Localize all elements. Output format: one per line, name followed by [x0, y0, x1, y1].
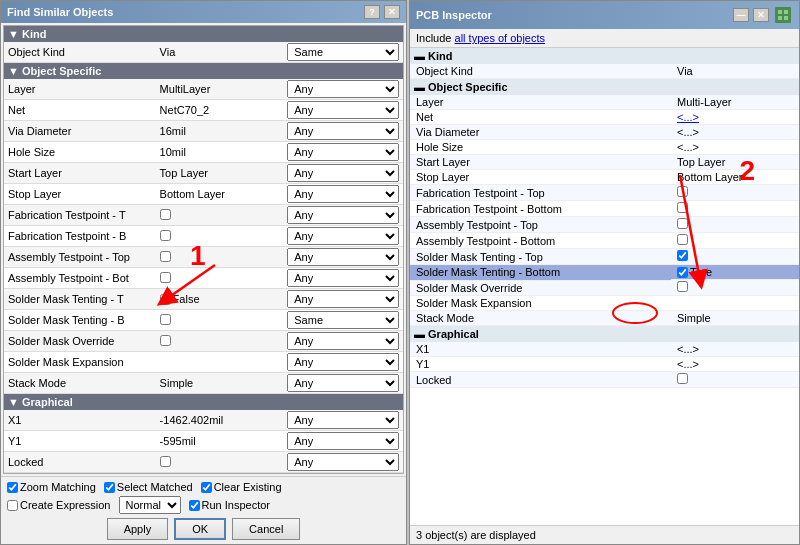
- close-button[interactable]: ✕: [384, 5, 400, 19]
- stop-layer-value: Bottom Layer: [156, 184, 284, 205]
- hole-size-any[interactable]: AnySame: [283, 142, 403, 163]
- svg-rect-4: [784, 16, 788, 20]
- fab-testpoint-t-any[interactable]: AnySame: [283, 205, 403, 226]
- dialog-titlebar: Find Similar Objects ? ✕: [1, 1, 406, 23]
- solder-mask-tenting-b-label: Solder Mask Tenting - B: [4, 310, 156, 331]
- inspector-layer-row: Layer Multi-Layer: [410, 95, 799, 110]
- y1-row: Y1 -595mil AnySame: [4, 431, 403, 452]
- inspector-solder-mask-expansion-value: [671, 296, 799, 311]
- start-layer-value: Top Layer: [156, 163, 284, 184]
- solder-mask-tenting-t-any[interactable]: AnySame: [283, 289, 403, 310]
- include-link[interactable]: all types of objects: [455, 32, 546, 44]
- select-matched-checkbox[interactable]: [104, 482, 115, 493]
- x1-row: X1 -1462.402mil AnySame: [4, 410, 403, 431]
- x1-label: X1: [4, 410, 156, 431]
- inspector-asm-testpoint-top-label: Assembly Testpoint - Top: [410, 217, 671, 233]
- inspector-graphical-header: ▬ Graphical: [410, 326, 799, 343]
- asm-testpoint-top-row: Assembly Testpoint - Top AnySame: [4, 247, 403, 268]
- inspector-solder-mask-bot-checkbox[interactable]: [677, 267, 688, 278]
- inspector-stop-layer-row: Stop Layer Bottom Layer: [410, 170, 799, 185]
- apply-button[interactable]: Apply: [107, 518, 169, 540]
- asm-testpoint-bot-value: [156, 268, 284, 289]
- zoom-matching-label: Zoom Matching: [20, 481, 96, 493]
- inspector-asm-testpoint-top-value: [671, 217, 799, 233]
- asm-testpoint-bot-any[interactable]: AnySame: [283, 268, 403, 289]
- inspector-fab-tp-bot-checkbox[interactable]: [677, 202, 688, 213]
- object-kind-any[interactable]: SameAny: [283, 42, 403, 63]
- solder-mask-tenting-b-checkbox[interactable]: [160, 314, 171, 325]
- y1-any[interactable]: AnySame: [283, 431, 403, 452]
- inspector-close-button[interactable]: ✕: [753, 8, 769, 22]
- x1-any[interactable]: AnySame: [283, 410, 403, 431]
- net-value: NetC70_2: [156, 100, 284, 121]
- layer-any[interactable]: AnySame: [283, 79, 403, 100]
- stop-layer-any[interactable]: AnySame: [283, 184, 403, 205]
- expression-mode-select[interactable]: Normal Strict Loose: [119, 496, 181, 514]
- fab-testpoint-t-value: [156, 205, 284, 226]
- solder-mask-tenting-b-any[interactable]: SameAny: [283, 310, 403, 331]
- start-layer-row: Start Layer Top Layer AnySame: [4, 163, 403, 184]
- asm-testpoint-bot-checkbox[interactable]: [160, 272, 171, 283]
- locked-any[interactable]: AnySame: [283, 452, 403, 473]
- create-expression-checkbox[interactable]: [7, 500, 18, 511]
- solder-mask-tenting-t-checkbox[interactable]: [160, 294, 171, 305]
- fab-testpoint-t-checkbox[interactable]: [160, 209, 171, 220]
- svg-rect-2: [784, 10, 788, 14]
- net-any[interactable]: AnySame: [283, 100, 403, 121]
- layer-label: Layer: [4, 79, 156, 100]
- select-matched-label: Select Matched: [117, 481, 193, 493]
- inspector-via-diameter-value: <...>: [671, 125, 799, 140]
- solder-mask-override-any[interactable]: AnySame: [283, 331, 403, 352]
- inspector-kind-label: Kind: [428, 50, 452, 62]
- solder-mask-expansion-any[interactable]: AnySame: [283, 352, 403, 373]
- dialog-title: Find Similar Objects: [7, 6, 113, 18]
- cancel-button[interactable]: Cancel: [232, 518, 300, 540]
- inspector-kind-expand: ▬: [414, 50, 428, 62]
- create-expression-label: Create Expression: [20, 499, 111, 511]
- inspector-start-layer-label: Start Layer: [410, 155, 671, 170]
- asm-testpoint-top-any[interactable]: AnySame: [283, 247, 403, 268]
- inspector-asm-tp-bot-checkbox[interactable]: [677, 234, 688, 245]
- inspector-layer-label: Layer: [410, 95, 671, 110]
- inspector-stack-mode-label: Stack Mode: [410, 311, 671, 326]
- help-button[interactable]: ?: [364, 5, 380, 19]
- inspector-locked-checkbox[interactable]: [677, 373, 688, 384]
- fab-testpoint-b-any[interactable]: AnySame: [283, 226, 403, 247]
- expand-icon: ▼: [8, 396, 22, 408]
- solder-mask-tenting-t-text: False: [173, 293, 200, 305]
- object-kind-label: Object Kind: [4, 42, 156, 63]
- fab-testpoint-t-label: Fabrication Testpoint - T: [4, 205, 156, 226]
- hole-size-value: 10mil: [156, 142, 284, 163]
- stack-mode-row: Stack Mode Simple AnySame: [4, 373, 403, 394]
- asm-testpoint-top-checkbox[interactable]: [160, 251, 171, 262]
- stack-mode-any[interactable]: AnySame: [283, 373, 403, 394]
- inspector-asm-testpoint-bot-label: Assembly Testpoint - Bottom: [410, 233, 671, 249]
- object-specific-header: ▼ Object Specific: [4, 63, 403, 80]
- fab-testpoint-b-checkbox[interactable]: [160, 230, 171, 241]
- solder-mask-override-checkbox[interactable]: [160, 335, 171, 346]
- stack-mode-value: Simple: [156, 373, 284, 394]
- net-link[interactable]: <...>: [677, 111, 699, 123]
- run-inspector-checkbox[interactable]: [189, 500, 200, 511]
- object-kind-row: Object Kind Via SameAny: [4, 42, 403, 63]
- inspector-locked-label: Locked: [410, 372, 671, 388]
- inspector-fab-tp-top-checkbox[interactable]: [677, 186, 688, 197]
- start-layer-label: Start Layer: [4, 163, 156, 184]
- locked-checkbox[interactable]: [160, 456, 171, 467]
- inspector-solder-mask-override-checkbox[interactable]: [677, 281, 688, 292]
- inspector-solder-mask-override-label: Solder Mask Override: [410, 280, 671, 296]
- start-layer-any[interactable]: AnySame: [283, 163, 403, 184]
- via-diameter-any[interactable]: AnySame: [283, 121, 403, 142]
- clear-existing-checkbox[interactable]: [201, 482, 212, 493]
- zoom-matching-checkbox[interactable]: [7, 482, 18, 493]
- solder-mask-override-row: Solder Mask Override AnySame: [4, 331, 403, 352]
- inspector-asm-testpoint-bot-row: Assembly Testpoint - Bottom: [410, 233, 799, 249]
- solder-mask-override-label: Solder Mask Override: [4, 331, 156, 352]
- kind-section-header: ▼ Kind: [4, 26, 403, 42]
- inspector-minimize-button[interactable]: —: [733, 8, 749, 22]
- inspector-solder-mask-bot-text: True: [690, 266, 712, 278]
- inspector-asm-tp-top-checkbox[interactable]: [677, 218, 688, 229]
- inspector-solder-mask-top-checkbox[interactable]: [677, 250, 688, 261]
- ok-button[interactable]: OK: [174, 518, 226, 540]
- properties-table: ▼ Kind Object Kind Via SameAny: [3, 25, 404, 474]
